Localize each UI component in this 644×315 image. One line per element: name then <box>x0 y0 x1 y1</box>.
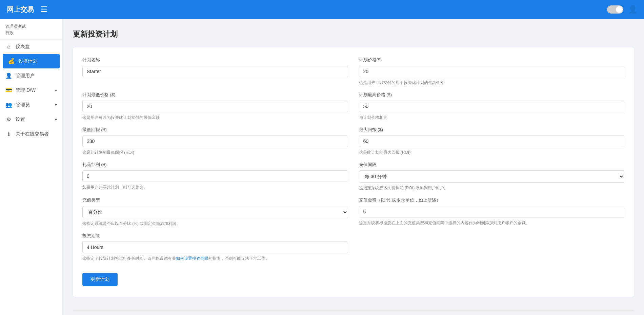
plan-price-label: 计划价格($) <box>359 57 625 63</box>
sidebar-item-about[interactable]: ℹ 关于在线交易者 <box>0 127 62 141</box>
page-title: 更新投资计划 <box>73 29 634 39</box>
sidebar-role: 行政 <box>5 30 57 36</box>
info-icon: ℹ <box>5 131 12 137</box>
max-return-hint: 这是此计划的最大回报 (ROI) <box>359 150 625 155</box>
sidebar-label-dw: 管理 D/W <box>16 87 36 93</box>
sidebar-meta: 管理员测试 行政 <box>0 19 62 40</box>
plan-price-hint: 这是用户可以支付的用于投资此计划的最高金额 <box>359 80 625 86</box>
sidebar-label-settings: 设置 <box>16 117 25 123</box>
charge-type-select[interactable]: 百分比 固定金额 <box>82 206 348 218</box>
sidebar-item-investment[interactable]: 💰 投资计划 <box>3 54 60 68</box>
plan-name-group: 计划名称 <box>82 57 348 86</box>
plan-min-price-input[interactable] <box>82 101 348 112</box>
chevron-down-icon-settings: ▾ <box>55 117 57 122</box>
charge-amount-label: 充值金额（以 % 或 $ 为单位，如上所述） <box>359 197 625 203</box>
header-right: 👤 <box>607 5 637 14</box>
gift-dividend-hint: 如果用户购买此计划，则可选奖金。 <box>82 185 348 190</box>
gift-dividend-label: 礼品红利 ($) <box>82 162 348 168</box>
investment-period-group: 投资期限 这指定了投资计划将运行多长时间。请严格遵循有关如何设置投资期限的指南，… <box>82 233 348 261</box>
charge-amount-input[interactable] <box>359 206 625 217</box>
charge-interval-hint: 这指定系统应多久将利润 (ROI) 添加到用户帐户。 <box>359 185 625 191</box>
gift-dividend-group: 礼品红利 ($) 如果用户购买此计划，则可选奖金。 <box>82 162 348 191</box>
form-row-1: 计划名称 计划价格($) 这是用户可以支付的用于投资此计划的最高金额 <box>82 57 624 86</box>
app-title: 网上交易 <box>7 5 34 14</box>
admin-icon: 👥 <box>5 102 12 108</box>
charge-type-label: 充值类型 <box>82 197 348 203</box>
card-icon: 💳 <box>5 87 12 93</box>
sidebar-label-investment: 投资计划 <box>18 58 37 64</box>
header: 网上交易 ☰ 👤 <box>0 0 644 19</box>
charge-type-hint: 这指定系统是否应以百分比 (%) 或固定金额添加利润。 <box>82 221 348 227</box>
theme-toggle[interactable] <box>607 5 623 14</box>
sidebar-label-admin: 管理员 <box>16 102 30 108</box>
investment-period-hint-pre: 这指定了投资计划将运行多长时间。请严格遵循有关 <box>82 256 176 261</box>
sidebar-username: 管理员测试 <box>5 24 57 29</box>
plan-max-price-hint: 与计划价格相同 <box>359 115 625 121</box>
charge-amount-hint: 这是系统将根据您在上面的充值类型和充值间隔中选择的内容作为利润添加到用户帐户的金… <box>359 220 625 226</box>
max-return-group: 最大回报 ($) 这是此计划的最大回报 (ROI) <box>359 127 625 155</box>
plan-max-price-input[interactable] <box>359 101 625 112</box>
user-mgr-icon: 👤 <box>5 72 12 79</box>
form-row-5: 充值类型 百分比 固定金额 这指定系统是否应以百分比 (%) 或固定金额添加利润… <box>82 197 624 227</box>
main-content: 更新投资计划 计划名称 计划价格($) 这是用户可以支付的用于投资此计划的最高金… <box>63 19 644 315</box>
plan-name-input[interactable] <box>82 66 348 77</box>
plan-min-price-hint: 这是用户可以为投资此计划支付的最低金额 <box>82 115 348 121</box>
plan-min-price-group: 计划最低价格 ($) 这是用户可以为投资此计划支付的最低金额 <box>82 92 348 121</box>
sidebar-item-dw[interactable]: 💳 管理 D/W ▾ <box>0 83 62 98</box>
chevron-down-icon-admin: ▾ <box>55 103 57 107</box>
gear-icon: ⚙ <box>5 116 12 123</box>
investment-period-hint-post: 的指南，否则可能无法正常工作。 <box>208 256 269 261</box>
investment-period-input[interactable] <box>82 241 348 253</box>
sidebar: 管理员测试 行政 ⌂ 仪表盘 💰 投资计划 👤 管理用户 💳 管理 D/W ▾ … <box>0 19 63 315</box>
form-row-3: 最低回报 ($) 这是此计划的最低回报 (ROI) 最大回报 ($) 这是此计划… <box>82 127 624 155</box>
min-return-group: 最低回报 ($) 这是此计划的最低回报 (ROI) <box>82 127 348 155</box>
sidebar-item-dashboard[interactable]: ⌂ 仪表盘 <box>0 40 62 54</box>
charge-type-group: 充值类型 百分比 固定金额 这指定系统是否应以百分比 (%) 或固定金额添加利润… <box>82 197 348 227</box>
investment-period-label: 投资期限 <box>82 233 348 239</box>
header-left: 网上交易 ☰ <box>7 5 47 14</box>
menu-icon[interactable]: ☰ <box>41 5 47 14</box>
max-return-label: 最大回报 ($) <box>359 127 625 133</box>
min-return-hint: 这是此计划的最低回报 (ROI) <box>82 150 348 155</box>
investment-icon: 💰 <box>8 58 15 64</box>
sidebar-item-settings[interactable]: ⚙ 设置 ▾ <box>0 112 62 127</box>
charge-interval-label: 充值间隔 <box>359 162 625 168</box>
charge-interval-select[interactable]: 每 30 分钟 每 1 小时 每 2 小时 每天 <box>359 170 625 183</box>
form-row-2: 计划最低价格 ($) 这是用户可以为投资此计划支付的最低金额 计划最高价格 ($… <box>82 92 624 121</box>
form-row-6: 投资期限 这指定了投资计划将运行多长时间。请严格遵循有关如何设置投资期限的指南，… <box>82 233 348 261</box>
user-icon[interactable]: 👤 <box>628 5 637 14</box>
home-icon: ⌂ <box>5 44 12 50</box>
plan-name-label: 计划名称 <box>82 57 348 63</box>
plan-max-price-group: 计划最高价格 ($) 与计划价格相同 <box>359 92 625 121</box>
charge-amount-group: 充值金额（以 % 或 $ 为单位，如上所述） 这是系统将根据您在上面的充值类型和… <box>359 197 625 227</box>
sidebar-item-users[interactable]: 👤 管理用户 <box>0 68 62 83</box>
footer-divider <box>73 310 634 311</box>
sidebar-label-users: 管理用户 <box>16 73 35 79</box>
sidebar-label-about: 关于在线交易者 <box>16 131 49 137</box>
investment-period-hint: 这指定了投资计划将运行多长时间。请严格遵循有关如何设置投资期限的指南，否则可能无… <box>82 256 348 261</box>
min-return-input[interactable] <box>82 135 348 147</box>
min-return-label: 最低回报 ($) <box>82 127 348 133</box>
max-return-input[interactable] <box>359 135 625 147</box>
form-row-4: 礼品红利 ($) 如果用户购买此计划，则可选奖金。 充值间隔 每 30 分钟 每… <box>82 162 624 191</box>
update-plan-button[interactable]: 更新计划 <box>82 273 118 286</box>
chevron-down-icon: ▾ <box>55 88 57 93</box>
plan-min-price-label: 计划最低价格 ($) <box>82 92 348 98</box>
plan-price-group: 计划价格($) 这是用户可以支付的用于投资此计划的最高金额 <box>359 57 625 86</box>
sidebar-item-admin[interactable]: 👥 管理员 ▾ <box>0 98 62 112</box>
charge-interval-group: 充值间隔 每 30 分钟 每 1 小时 每 2 小时 每天 这指定系统应多久将利… <box>359 162 625 191</box>
investment-period-hint-link[interactable]: 如何设置投资期限 <box>176 256 208 261</box>
sidebar-label-dashboard: 仪表盘 <box>16 44 30 50</box>
form-card: 计划名称 计划价格($) 这是用户可以支付的用于投资此计划的最高金额 计划最低价… <box>73 47 634 297</box>
plan-max-price-label: 计划最高价格 ($) <box>359 92 625 98</box>
plan-price-input[interactable] <box>359 66 625 77</box>
gift-dividend-input[interactable] <box>82 170 348 182</box>
